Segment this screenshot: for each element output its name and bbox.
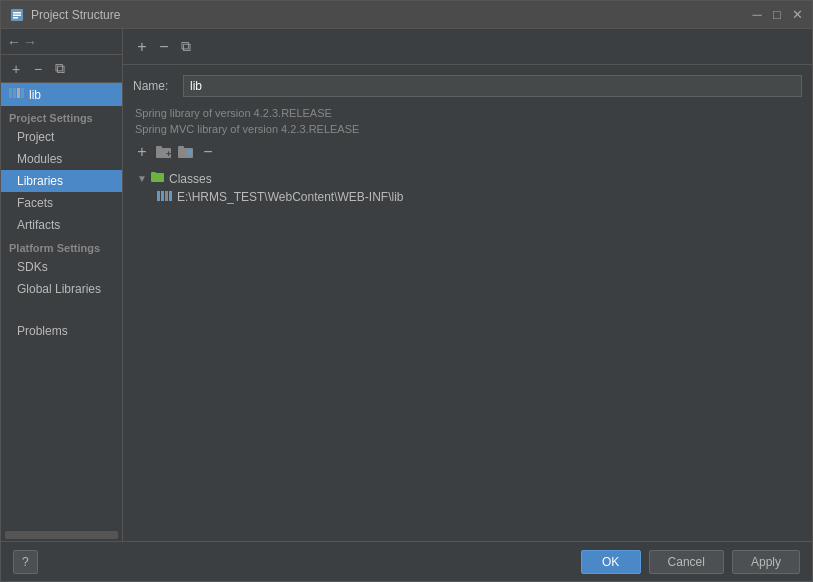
description-line-2: Spring MVC library of version 4.2.3.RELE… [133, 123, 802, 135]
sidebar-scrollbar[interactable] [5, 531, 118, 539]
main-content: Name: Spring library of version 4.2.3.RE… [123, 65, 812, 541]
forward-button[interactable]: → [23, 34, 37, 50]
svg-rect-9 [156, 146, 162, 149]
svg-rect-3 [13, 17, 18, 19]
svg-rect-12 [178, 146, 184, 149]
app-icon [9, 7, 25, 23]
svg-rect-16 [157, 191, 160, 201]
back-button[interactable]: ← [7, 34, 21, 50]
svg-rect-17 [161, 191, 164, 201]
sidebar-item-artifacts-label: Artifacts [17, 218, 60, 232]
svg-rect-13 [187, 150, 192, 155]
sidebar-item-modules-label: Modules [17, 152, 62, 166]
tree-collapse-arrow: ▼ [137, 173, 147, 184]
sidebar-copy-button[interactable]: ⧉ [51, 60, 69, 78]
apply-button[interactable]: Apply [732, 550, 800, 574]
sidebar-item-global-libraries[interactable]: Global Libraries [1, 278, 122, 300]
classes-remove-button[interactable]: − [199, 143, 217, 161]
classes-add-folder-button[interactable]: + [155, 143, 173, 161]
close-button[interactable]: ✕ [790, 8, 804, 22]
sidebar-item-problems-label: Problems [17, 324, 68, 338]
sidebar-item-sdks[interactable]: SDKs [1, 256, 122, 278]
dialog-content: ← → + − ⧉ lib [1, 29, 812, 541]
sidebar-remove-button[interactable]: − [29, 60, 47, 78]
sidebar-item-project-label: Project [17, 130, 54, 144]
svg-rect-6 [17, 88, 20, 98]
sidebar-item-sdks-label: SDKs [17, 260, 48, 274]
classes-toolbar: + + − [133, 139, 802, 165]
minimize-button[interactable]: ─ [750, 8, 764, 22]
sidebar-item-artifacts[interactable]: Artifacts [1, 214, 122, 236]
project-structure-dialog: Project Structure ─ □ ✕ ← → + − ⧉ [0, 0, 813, 582]
description-line-1: Spring library of version 4.2.3.RELEASE [133, 107, 802, 119]
classes-path-label: E:\HRMS_TEST\WebContent\WEB-INF\lib [177, 190, 404, 204]
dialog-footer: ? OK Cancel Apply [1, 541, 812, 581]
help-button[interactable]: ? [13, 550, 38, 574]
classes-tree-item[interactable]: ▼ Classes [133, 169, 802, 188]
main-copy-button[interactable]: ⧉ [177, 38, 195, 56]
svg-rect-15 [151, 172, 156, 175]
sidebar-item-libraries[interactable]: Libraries [1, 170, 122, 192]
library-list-item[interactable]: lib [1, 83, 122, 106]
svg-text:+: + [166, 149, 171, 159]
svg-rect-5 [13, 88, 16, 98]
sidebar-item-problems[interactable]: Problems [1, 320, 122, 342]
library-icon [9, 87, 25, 102]
title-text: Project Structure [31, 8, 750, 22]
svg-rect-1 [13, 12, 21, 14]
main-panel: + − ⧉ Name: Spring library of version 4.… [123, 29, 812, 541]
classes-add-ext-button[interactable] [177, 143, 195, 161]
svg-rect-7 [21, 88, 24, 98]
nav-back-forward: ← → [1, 29, 122, 55]
project-settings-label: Project Settings [1, 106, 122, 126]
sidebar-item-libraries-label: Libraries [17, 174, 63, 188]
classes-add-button[interactable]: + [133, 143, 151, 161]
maximize-button[interactable]: □ [770, 8, 784, 22]
classes-tree: ▼ Classes [133, 169, 802, 206]
svg-rect-4 [9, 88, 12, 98]
classes-label: Classes [169, 172, 212, 186]
sidebar-item-project[interactable]: Project [1, 126, 122, 148]
name-row: Name: [133, 75, 802, 97]
name-input[interactable] [183, 75, 802, 97]
sidebar-item-facets-label: Facets [17, 196, 53, 210]
main-add-button[interactable]: + [133, 38, 151, 56]
sidebar-item-modules[interactable]: Modules [1, 148, 122, 170]
sidebar-item-global-libraries-label: Global Libraries [17, 282, 101, 296]
platform-settings-label: Platform Settings [1, 236, 122, 256]
sidebar-spacer [1, 342, 122, 529]
sidebar-toolbar: + − ⧉ [1, 55, 122, 83]
main-toolbar: + − ⧉ [123, 29, 812, 65]
ok-button[interactable]: OK [581, 550, 641, 574]
classes-folder-icon [151, 171, 165, 186]
path-icon [157, 190, 173, 204]
main-remove-button[interactable]: − [155, 38, 173, 56]
window-controls: ─ □ ✕ [750, 8, 804, 22]
library-item-name: lib [29, 88, 41, 102]
classes-path-item[interactable]: E:\HRMS_TEST\WebContent\WEB-INF\lib [133, 188, 802, 206]
svg-rect-2 [13, 14, 21, 16]
svg-rect-19 [169, 191, 172, 201]
cancel-button[interactable]: Cancel [649, 550, 724, 574]
title-bar: Project Structure ─ □ ✕ [1, 1, 812, 29]
sidebar-item-facets[interactable]: Facets [1, 192, 122, 214]
svg-rect-18 [165, 191, 168, 201]
sidebar-add-button[interactable]: + [7, 60, 25, 78]
name-label: Name: [133, 79, 173, 93]
sidebar: ← → + − ⧉ lib [1, 29, 123, 541]
